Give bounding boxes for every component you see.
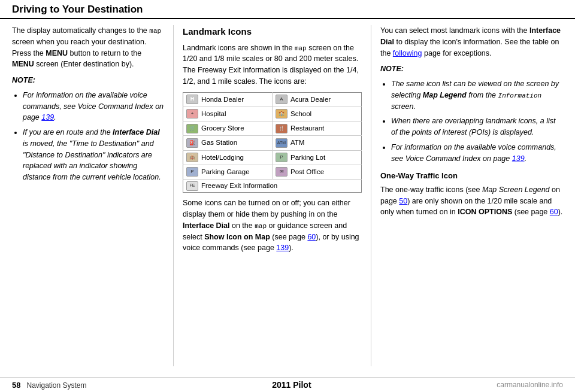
grocery-icon: 🛒 xyxy=(186,124,198,133)
page-title: Driving to Your Destination xyxy=(12,4,563,16)
left-intro: The display automatically changes to the… xyxy=(12,25,164,70)
right-note-list: The same icon list can be viewed on the … xyxy=(380,78,563,164)
gas-label: Gas Station xyxy=(201,138,237,148)
restaurant-label: Restaurant xyxy=(290,123,324,133)
right-note-1: The same icon list can be viewed on the … xyxy=(391,78,563,112)
left-note-label: NOTE: xyxy=(12,75,164,86)
left-note-2: If you are en route and the Interface Di… xyxy=(23,127,164,183)
atm-icon: ATM xyxy=(276,138,288,148)
left-note-list: For information on the available voice c… xyxy=(12,90,164,183)
table-row: +Hospital 🏫School xyxy=(183,107,362,121)
page-footer: 58 Navigation System 2011 Pilot carmanua… xyxy=(0,377,575,392)
school-label: School xyxy=(290,109,311,119)
one-way-body: The one-way traffic icons (see Map Scree… xyxy=(380,184,563,218)
freeway-label: Freeway Exit Information xyxy=(201,181,277,191)
hotel-icon: 🏨 xyxy=(186,153,198,162)
landmark-body: Some icons can be turned on or off; you … xyxy=(183,197,362,254)
table-row: 🏨Hotel/Lodging PParking Lot xyxy=(183,150,362,165)
footer-right-text: carmanualonline.info xyxy=(497,381,563,389)
table-row: ⛽Gas Station ATMATM xyxy=(183,136,362,150)
grocery-label: Grocery Store xyxy=(201,123,244,133)
post-office-icon: ✉ xyxy=(276,167,288,177)
restaurant-icon: 🍴 xyxy=(276,124,288,133)
table-row: FEFreeway Exit Information xyxy=(183,180,362,193)
left-column: The display automatically changes to the… xyxy=(12,25,174,366)
hotel-label: Hotel/Lodging xyxy=(201,153,244,163)
freeway-icon: FE xyxy=(186,181,198,191)
footer-center-text: 2011 Pilot xyxy=(272,380,311,390)
honda-icon: H xyxy=(186,95,198,104)
middle-column: Landmark Icons Landmark icons are shown … xyxy=(174,25,371,366)
landmark-intro: Landmark icons are shown in the map scre… xyxy=(183,42,362,87)
left-note-1: For information on the available voice c… xyxy=(23,90,164,123)
page-header: Driving to Your Destination xyxy=(0,0,575,19)
post-office-label: Post Office xyxy=(290,167,324,177)
gas-icon: ⛽ xyxy=(186,138,198,148)
table-row: 🛒Grocery Store 🍴Restaurant xyxy=(183,121,362,136)
school-icon: 🏫 xyxy=(276,109,288,118)
right-intro: You can select most landmark icons with … xyxy=(380,25,563,59)
parking-garage-label: Parking Garage xyxy=(201,167,250,177)
right-column: You can select most landmark icons with … xyxy=(371,25,563,366)
right-note-3: For information on the available voice c… xyxy=(391,142,563,165)
right-note-label: NOTE: xyxy=(380,63,563,75)
landmark-icons-title: Landmark Icons xyxy=(183,25,362,39)
honda-label: Honda Dealer xyxy=(201,95,244,105)
footer-nav-label: Navigation System xyxy=(26,381,86,390)
parking-garage-icon: P xyxy=(186,167,198,177)
landmark-table: HHonda Dealer AAcura Dealer +Hospital 🏫S… xyxy=(183,92,362,193)
parking-lot-icon: P xyxy=(276,153,288,162)
one-way-title: One-Way Traffic Icon xyxy=(380,170,563,182)
table-row: PParking Garage ✉Post Office xyxy=(183,165,362,179)
right-note-2: When there are overlapping landmark icon… xyxy=(391,116,563,138)
page-number: 58 xyxy=(12,381,20,390)
hospital-label: Hospital xyxy=(201,109,226,119)
parking-lot-label: Parking Lot xyxy=(290,153,325,163)
atm-label: ATM xyxy=(290,138,304,148)
acura-label: Acura Dealer xyxy=(290,95,331,105)
table-row: HHonda Dealer AAcura Dealer xyxy=(183,92,362,107)
hospital-icon: + xyxy=(186,109,198,118)
acura-icon: A xyxy=(276,95,288,104)
